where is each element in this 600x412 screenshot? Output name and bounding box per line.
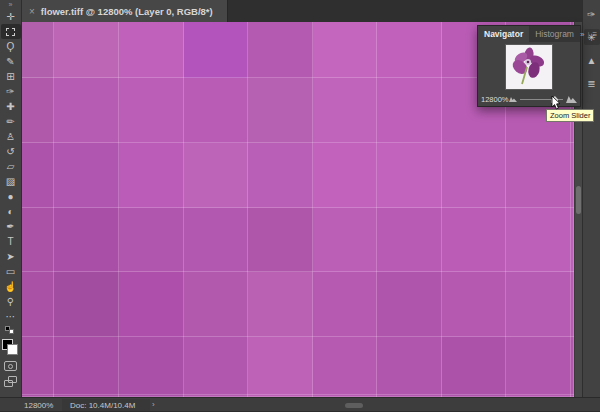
document-size-box: Doc: 10.4M/10.4M [62,399,150,411]
flower-thumbnail[interactable] [506,45,552,89]
color-swatches[interactable] [2,339,19,356]
image-pixel [54,22,119,78]
document-tab[interactable]: × flower.tiff @ 12800% (Layer 0, RGB/8*) [22,0,228,22]
blur-tool[interactable]: ● [1,189,21,204]
image-pixel [54,337,119,395]
zoom-in-icon[interactable] [566,96,577,103]
tools-panel: » ✛Ϙ✎⊞✑✚✏♙↺▱▨●◐✒T➤▭☝⚲ ⋯ [0,0,22,397]
image-pixel [248,272,313,337]
toolbar-collapse-icon[interactable]: » [9,0,13,9]
image-pixel [506,143,571,208]
object-selection-tool[interactable]: ✎ [1,54,21,69]
image-pixel [184,78,248,143]
document-title: flower.tiff @ 12800% (Layer 0, RGB/8*) [41,6,213,17]
horizontal-scrollbar-thumb[interactable] [345,403,363,408]
navigator-tab-bar: Navigator Histogram » | ≡ [478,26,580,42]
image-pixel [377,272,442,337]
status-bar: 12800% Doc: 10.4M/10.4M › [0,397,600,412]
status-menu-chevron[interactable]: › [152,400,155,409]
eyedropper-tool[interactable]: ✑ [1,84,21,99]
background-color-swatch[interactable] [7,344,18,355]
image-pixel [377,22,442,78]
lasso-tool[interactable]: Ϙ [1,39,21,54]
zoom-out-icon[interactable] [509,97,517,102]
panel-menu-icon[interactable]: ≡ [592,30,597,39]
image-pixel [313,22,377,78]
spot-healing-brush-tool[interactable]: ✚ [1,99,21,114]
image-pixel [54,143,119,208]
histogram-panel-icon[interactable]: ▲ [584,52,600,68]
document-size-text: Doc: 10.4M/10.4M [70,401,135,410]
move-tool[interactable]: ✛ [1,9,21,24]
zoom-tool[interactable]: ⚲ [1,294,21,309]
status-zoom-value[interactable]: 12800% [24,401,53,410]
image-pixel [442,337,506,395]
image-pixel [22,78,54,143]
image-pixel [442,143,506,208]
toolbar-tools: ✛Ϙ✎⊞✑✚✏♙↺▱▨●◐✒T➤▭☝⚲ [1,9,21,309]
path-selection-tool[interactable]: ➤ [1,249,21,264]
image-pixel [54,272,119,337]
navigator-panel: Navigator Histogram » | ≡ 12800% [477,25,581,107]
navigator-zoom-controls: 12800% [478,92,580,107]
dodge-tool[interactable]: ◐ [1,204,21,219]
quick-mask-icon[interactable] [4,361,17,371]
image-pixel [506,208,571,272]
properties-panel-icon[interactable]: ≣ [584,75,600,91]
image-pixel [248,208,313,272]
divider: | [587,30,589,39]
image-pixel [313,272,377,337]
document-tab-bar: × flower.tiff @ 12800% (Layer 0, RGB/8*) [22,0,600,22]
image-pixel [442,208,506,272]
image-pixel [22,272,54,337]
image-pixel [22,143,54,208]
brushes-panel-icon[interactable]: ✑ [584,6,600,22]
screen-mode-icon[interactable] [4,376,17,387]
image-pixel [22,208,54,272]
collapsed-panels-strip: ✑✳▲≣ [582,0,600,412]
crop-tool[interactable]: ⊞ [1,69,21,84]
history-brush-tool[interactable]: ↺ [1,144,21,159]
navigator-preview-area [478,42,580,92]
image-pixel [313,208,377,272]
image-pixel [119,22,184,78]
image-pixel [184,337,248,395]
image-pixel [54,208,119,272]
image-pixel [54,78,119,143]
vertical-scrollbar-thumb[interactable] [576,186,581,214]
pen-tool[interactable]: ✒ [1,219,21,234]
image-pixel [119,337,184,395]
image-pixel [119,78,184,143]
image-pixel [184,272,248,337]
hand-tool[interactable]: ☝ [1,279,21,294]
type-tool[interactable]: T [1,234,21,249]
image-pixel [119,272,184,337]
image-pixel [506,272,571,337]
image-pixel [248,22,313,78]
image-pixel [184,208,248,272]
zoom-value-field[interactable]: 12800% [481,95,509,104]
image-pixel [377,78,442,143]
brush-tool[interactable]: ✏ [1,114,21,129]
edit-toolbar-icon[interactable]: ⋯ [1,309,21,324]
image-pixel [313,143,377,208]
gradient-tool[interactable]: ▨ [1,174,21,189]
rectangle-tool[interactable]: ▭ [1,264,21,279]
clone-stamp-tool[interactable]: ♙ [1,129,21,144]
image-pixel [184,143,248,208]
default-colors-icon[interactable] [5,326,17,336]
tab-navigator[interactable]: Navigator [478,26,529,42]
mouse-cursor [551,96,562,114]
image-pixel [377,208,442,272]
eraser-tool[interactable]: ▱ [1,159,21,174]
image-pixel [22,22,54,78]
image-pixel [313,78,377,143]
tab-histogram[interactable]: Histogram [529,26,580,42]
panel-collapse-icon[interactable]: » [580,30,584,39]
image-pixel [377,143,442,208]
image-pixel [248,143,313,208]
close-tab-icon[interactable]: × [29,6,35,17]
image-pixel [377,337,442,395]
rectangular-marquee-tool[interactable] [1,24,21,39]
image-pixel [119,143,184,208]
